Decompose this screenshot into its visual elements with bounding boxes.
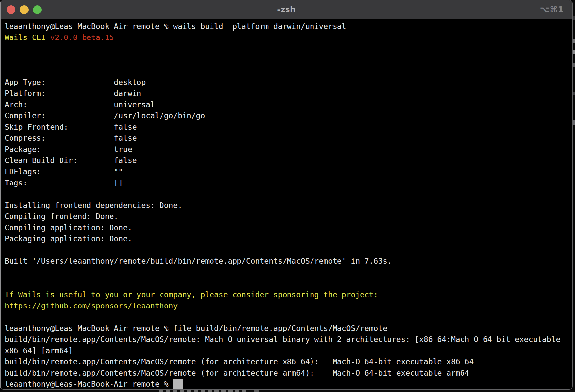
- terminal-line: Compiler: /usr/local/go/bin/go: [5, 110, 572, 121]
- background-window-artifact: [573, 120, 575, 125]
- terminal-line: [5, 188, 572, 200]
- terminal-text: Skip Frontend:: [5, 123, 114, 131]
- terminal-text: x86_64] [arm64]: [5, 346, 73, 355]
- terminal-text: Platform:: [5, 89, 114, 98]
- terminal-line: Built '/Users/leaanthony/remote/build/bi…: [5, 256, 572, 267]
- terminal-text: Arch:: [5, 100, 114, 109]
- terminal-line: [5, 65, 572, 77]
- terminal-text: Tags:: [5, 179, 114, 187]
- terminal-line: Compress: false: [5, 133, 572, 144]
- terminal-line: [5, 43, 572, 54]
- terminal-line: [5, 244, 572, 256]
- terminal-line: https://github.com/sponsors/leaanthony: [5, 300, 572, 311]
- terminal-text: Package:: [5, 145, 114, 154]
- background-window-artifact: [573, 63, 575, 67]
- terminal-text: leaanthony@Leas-MacBook-Air remote %: [5, 380, 173, 388]
- terminal-text: darwin: [114, 89, 141, 98]
- terminal-text-yellow: https://github.com/sponsors/leaanthony: [5, 302, 178, 310]
- terminal-content[interactable]: leaanthony@Leas-MacBook-Air remote % wai…: [1, 19, 572, 390]
- terminal-line: build/bin/remote.app/Contents/MacOS/remo…: [5, 334, 572, 345]
- terminal-text: Compiling frontend: Done.: [5, 212, 118, 221]
- terminal-text: Compiler:: [5, 111, 114, 120]
- background-window-artifact: [573, 39, 575, 43]
- terminal-text: "": [114, 167, 123, 176]
- terminal-text: Built '/Users/leaanthony/remote/build/bi…: [5, 257, 392, 265]
- terminal-line: Compiling application: Done.: [5, 222, 572, 233]
- terminal-line: [5, 54, 572, 65]
- terminal-line: Compiling frontend: Done.: [5, 211, 572, 222]
- background-window-artifact: [254, 390, 259, 392]
- terminal-text: desktop: [114, 78, 146, 86]
- terminal-text: /usr/local/go/bin/go: [114, 111, 205, 120]
- terminal-text: Installing frontend dependencies: Done.: [5, 201, 182, 209]
- terminal-window: -zsh ⌥⌘1 leaanthony@Leas-MacBook-Air rem…: [0, 0, 573, 390]
- terminal-line: Installing frontend dependencies: Done.: [5, 200, 572, 211]
- terminal-text: App Type:: [5, 78, 114, 86]
- background-window-artifact: [573, 92, 575, 95]
- background-window-bottom: [0, 390, 575, 392]
- terminal-line: [5, 267, 572, 278]
- terminal-text-red: v2.0.0-beta.15: [50, 33, 114, 42]
- terminal-text: Clean Build Dir:: [5, 156, 114, 165]
- terminal-line: Wails CLI v2.0.0-beta.15: [5, 32, 572, 43]
- terminal-line: Arch: universal: [5, 99, 572, 110]
- terminal-text: false: [114, 156, 137, 165]
- terminal-text: leaanthony@Leas-MacBook-Air remote % wai…: [5, 22, 346, 31]
- terminal-line: leaanthony@Leas-MacBook-Air remote % wai…: [5, 21, 572, 32]
- terminal-line: Skip Frontend: false: [5, 121, 572, 133]
- terminal-line: Tags: []: [5, 177, 572, 188]
- background-window-artifact: [159, 390, 247, 392]
- terminal-line: x86_64] [arm64]: [5, 345, 572, 356]
- terminal-line: If Wails is useful to you or your compan…: [5, 289, 572, 300]
- terminal-line: [5, 278, 572, 289]
- terminal-text: Packaging application: Done.: [5, 234, 132, 243]
- terminal-line: LDFlags: "": [5, 166, 572, 177]
- terminal-line: Platform: darwin: [5, 88, 572, 99]
- terminal-text: []: [114, 179, 123, 187]
- terminal-text-yellow: Wails CLI: [5, 33, 50, 42]
- title-bar[interactable]: -zsh ⌥⌘1: [1, 0, 572, 19]
- terminal-text: build/bin/remote.app/Contents/MacOS/remo…: [5, 369, 469, 377]
- terminal-text: universal: [114, 100, 155, 109]
- window-title: -zsh: [1, 5, 572, 14]
- terminal-line: Packaging application: Done.: [5, 233, 572, 244]
- terminal-text: true: [114, 145, 132, 154]
- terminal-text: build/bin/remote.app/Contents/MacOS/remo…: [5, 335, 560, 344]
- terminal-line: build/bin/remote.app/Contents/MacOS/remo…: [5, 367, 572, 379]
- background-window-sliver: [573, 0, 575, 392]
- background-window-artifact: [573, 50, 575, 54]
- terminal-line: App Type: desktop: [5, 77, 572, 88]
- terminal-line: Package: true: [5, 144, 572, 155]
- terminal-text: Compress:: [5, 134, 114, 142]
- background-window-artifact: [573, 16, 575, 20]
- terminal-text: LDFlags:: [5, 167, 114, 176]
- terminal-text-yellow: If Wails is useful to you or your compan…: [5, 290, 378, 299]
- terminal-line: leaanthony@Leas-MacBook-Air remote % fil…: [5, 323, 572, 334]
- terminal-text: false: [114, 123, 137, 131]
- terminal-text: leaanthony@Leas-MacBook-Air remote % fil…: [5, 324, 387, 332]
- terminal-line: build/bin/remote.app/Contents/MacOS/remo…: [5, 356, 572, 367]
- tab-shortcut: ⌥⌘1: [540, 5, 564, 14]
- terminal-line: [5, 311, 572, 323]
- terminal-text: build/bin/remote.app/Contents/MacOS/remo…: [5, 357, 474, 366]
- terminal-line: Clean Build Dir: false: [5, 155, 572, 166]
- text-cursor: [173, 379, 183, 389]
- terminal-text: false: [114, 134, 137, 142]
- terminal-line: leaanthony@Leas-MacBook-Air remote %: [5, 379, 572, 390]
- terminal-text: Compiling application: Done.: [5, 223, 132, 232]
